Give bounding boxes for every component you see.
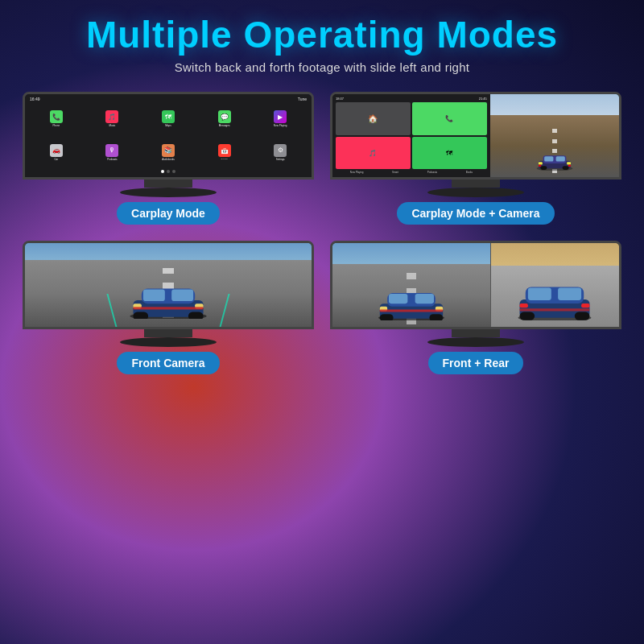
svg-rect-38 — [520, 303, 528, 308]
app-messages: 💬Messages — [197, 103, 252, 135]
svg-rect-26 — [389, 294, 407, 303]
mode-label-front-camera: Front Camera — [117, 352, 219, 374]
monitor-front-rear — [330, 241, 621, 347]
svg-rect-27 — [415, 294, 434, 303]
monitor-front-camera — [23, 241, 314, 347]
front-rear-view — [332, 243, 619, 327]
mode-label-carplay-camera: Carplay Mode + Camera — [397, 202, 554, 225]
app-maps: 🗺Maps — [141, 103, 196, 135]
svg-rect-30 — [380, 310, 443, 312]
svg-rect-3 — [540, 166, 547, 170]
monitor-carplay: 16:49 Tune 📞Phone 🎵Music 🗺Maps 💬Messages… — [23, 92, 314, 198]
svg-rect-7 — [539, 162, 543, 164]
screen-front-camera — [23, 241, 314, 329]
svg-rect-6 — [555, 156, 564, 161]
svg-rect-17 — [171, 289, 193, 301]
mode-label-carplay: Carplay Mode — [117, 202, 220, 225]
screen-front-rear — [330, 241, 621, 329]
stand-base-3 — [120, 337, 217, 347]
stand-base — [120, 188, 217, 197]
app-audiobooks: 📚Audiobooks — [141, 136, 196, 168]
stand-neck-4 — [452, 329, 500, 337]
split-screen: 18:0721:45 🏠 📞 🎵 🗺 Now PlayingSmartPodca… — [332, 94, 619, 178]
front-panel — [332, 243, 490, 327]
split-left-carplay: 18:0721:45 🏠 📞 🎵 🗺 Now PlayingSmartPodca… — [332, 94, 490, 178]
front-cam-view — [25, 243, 312, 327]
svg-rect-39 — [582, 303, 590, 308]
svg-rect-8 — [567, 162, 571, 164]
page-subtitle: Switch back and forth footage with slide… — [175, 60, 470, 74]
page-title: Multiple Operating Modes — [86, 14, 558, 56]
svg-rect-14 — [133, 312, 148, 318]
svg-rect-15 — [188, 312, 204, 318]
screen-carplay-camera: 18:0721:45 🏠 📞 🎵 🗺 Now PlayingSmartPodca… — [330, 92, 621, 180]
app-settings: ⚙Settings — [253, 136, 308, 168]
svg-rect-40 — [520, 308, 590, 311]
stand-neck — [144, 180, 192, 188]
svg-rect-25 — [429, 314, 443, 320]
app-nowplaying: ▶Now Playing — [253, 103, 308, 135]
svg-rect-10 — [568, 165, 571, 167]
svg-rect-34 — [520, 312, 535, 320]
svg-rect-4 — [563, 166, 569, 170]
app-podcasts: 🎙Podcasts — [85, 136, 140, 168]
modes-grid: 16:49 Tune 📞Phone 🎵Music 🗺Maps 💬Messages… — [0, 92, 644, 374]
mode-card-front-camera: Front Camera — [23, 241, 314, 374]
svg-rect-36 — [528, 287, 551, 300]
stand-neck-2 — [452, 180, 500, 188]
mode-label-front-rear: Front + Rear — [428, 352, 524, 374]
svg-rect-24 — [380, 314, 394, 320]
mode-card-front-rear: Front + Rear — [330, 241, 621, 374]
monitor-carplay-camera: 18:0721:45 🏠 📞 🎵 🗺 Now PlayingSmartPodca… — [330, 92, 621, 198]
mode-card-carplay: 16:49 Tune 📞Phone 🎵Music 🗺Maps 💬Messages… — [23, 92, 314, 225]
svg-rect-9 — [539, 165, 541, 167]
stand-neck-3 — [144, 329, 192, 337]
svg-rect-16 — [143, 289, 165, 301]
mode-card-carplay-camera: 18:0721:45 🏠 📞 🎵 🗺 Now PlayingSmartPodca… — [330, 92, 621, 225]
svg-rect-35 — [575, 312, 590, 320]
rear-panel — [490, 243, 619, 327]
split-right-camera — [490, 94, 619, 178]
svg-rect-5 — [544, 156, 553, 161]
svg-rect-20 — [133, 307, 203, 309]
stand-base-4 — [427, 337, 524, 347]
app-music: 🎵Music — [85, 103, 140, 135]
svg-rect-37 — [559, 287, 582, 300]
stand-base-2 — [427, 188, 524, 197]
screen-carplay: 16:49 Tune 📞Phone 🎵Music 🗺Maps 💬Messages… — [23, 92, 314, 180]
app-calendar: 📅SAT 22 — [197, 136, 252, 168]
camera-road-view — [490, 94, 619, 178]
app-car: 🚗Car — [29, 136, 84, 168]
app-grid: 📞Phone 🎵Music 🗺Maps 💬Messages ▶Now Playi… — [27, 101, 309, 171]
app-phone: 📞Phone — [29, 103, 84, 135]
